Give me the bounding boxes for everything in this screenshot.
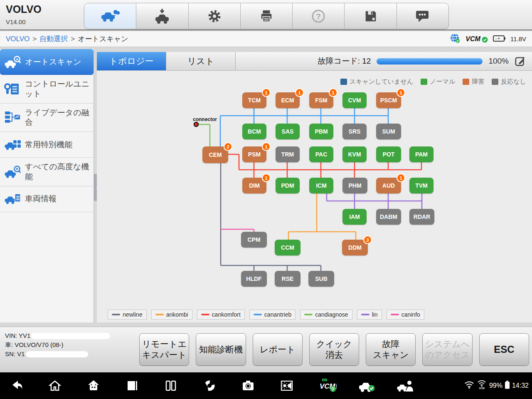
brand-title: VOLVO: [6, 3, 42, 15]
breadcrumb-item[interactable]: VOLVO: [6, 35, 30, 43]
bus-line-swatch: [304, 314, 313, 315]
sidebar-item-advanced-functions[interactable]: すべての高度な機能: [0, 158, 94, 186]
bus-legend-item-caninfo: caninfo: [387, 310, 424, 320]
control-unit-icon: [4, 83, 21, 95]
bus-legend-item-newline: newline: [108, 310, 146, 320]
ecu-node-kvm[interactable]: KVM: [342, 146, 367, 162]
status-swatch: [340, 79, 347, 85]
ecu-node-pbm[interactable]: PBM: [309, 124, 333, 139]
status-cluster: VCMI 99% 14:32: [464, 372, 529, 399]
vci-status-label: VCM: [466, 35, 480, 43]
fault-count-badge: 1: [397, 173, 405, 182]
ecu-node-bcm[interactable]: BCM: [242, 124, 266, 139]
status-swatch: [492, 79, 498, 85]
ecu-node-rdar[interactable]: RDAR: [409, 209, 434, 225]
battery-icon: [505, 380, 510, 391]
network-globe-icon: [450, 33, 461, 45]
footer-buttons: リモートエ キスパート知能診断機レポートクイック 消去故障 スキャンシステムへ …: [139, 333, 529, 366]
bus-legend-item-cankomfort: cankomfort: [197, 310, 245, 320]
breadcrumb-bar: VOLVO>自動選択>オートスキャン VCM - + 11.8V: [0, 31, 532, 47]
fault-count-badge: 1: [262, 173, 271, 182]
breadcrumb-separator: >: [71, 35, 75, 43]
remote-expert-button[interactable]: リモートエ キスパート: [139, 333, 189, 366]
ecu-node-cvm[interactable]: CVM: [342, 92, 367, 108]
sidebar-item-label: すべての高度な機能: [25, 162, 90, 182]
ecu-node-pdm[interactable]: PDM: [276, 178, 300, 193]
vehicle-connected-icon[interactable]: [358, 379, 375, 392]
edit-report-button[interactable]: [515, 55, 526, 67]
quick-erase-button[interactable]: クイック 消去: [309, 333, 359, 366]
clock: 14:32: [512, 382, 529, 389]
status-legend-item: 障害: [463, 78, 484, 86]
chrome-icon[interactable]: [203, 379, 216, 392]
bus-legend-item-lin: lin: [357, 310, 382, 320]
ecu-node-sum[interactable]: SUM: [376, 124, 401, 139]
ecu-node-ecm[interactable]: ECM1: [276, 92, 300, 108]
ecu-node-pscm[interactable]: PSCM1: [376, 92, 401, 108]
settings-button[interactable]: [189, 3, 241, 29]
ecu-node-sas[interactable]: SAS: [276, 124, 300, 139]
vci-check-icon: [485, 33, 488, 45]
vcm-app-icon[interactable]: VCM!: [319, 379, 337, 393]
sidebar-item-control-unit[interactable]: コントロールユニット: [0, 75, 94, 104]
ecu-node-sub[interactable]: SUB: [308, 271, 334, 287]
sidebar-item-label: オートスキャン: [25, 57, 81, 67]
esc-button[interactable]: ESC: [479, 333, 529, 366]
ecu-node-psm[interactable]: PSM1: [242, 146, 266, 162]
back-icon[interactable]: [10, 379, 22, 392]
vehicle-data-button[interactable]: [136, 3, 188, 29]
ecu-node-dim[interactable]: DIM1: [242, 178, 266, 193]
ecu-node-pam[interactable]: PAM: [409, 146, 433, 162]
ecu-node-pot[interactable]: POT: [376, 146, 401, 162]
report-button[interactable]: レポート: [253, 333, 303, 366]
ecu-node-cem[interactable]: CEM2: [202, 146, 228, 163]
fault-count-badge: 2: [224, 142, 232, 151]
bus-legend-label: canantrieb: [264, 311, 291, 318]
app-version: V14.00: [6, 18, 26, 25]
ecu-node-tcm[interactable]: TCM1: [242, 92, 266, 108]
sidebar-item-auto-scan[interactable]: Aオートスキャン: [0, 49, 94, 75]
ecu-node-iam[interactable]: IAM: [342, 209, 367, 225]
android-home-icon[interactable]: [87, 379, 100, 392]
ecu-node-ddm[interactable]: DDM3: [342, 240, 368, 255]
recents-icon[interactable]: [126, 379, 138, 392]
display-toggle-icon[interactable]: [281, 379, 293, 392]
sidebar-item-live-data-fusion[interactable]: ライブデータの融合: [0, 104, 94, 132]
ecu-node-cpm[interactable]: CPM: [241, 232, 267, 248]
help-button[interactable]: ?: [293, 3, 345, 29]
help-icon: ?: [311, 9, 326, 24]
ecu-node-srs[interactable]: SRS: [342, 124, 367, 139]
ecu-node-dabm[interactable]: DABM: [376, 209, 401, 225]
ecu-node-phm[interactable]: PHM: [342, 178, 367, 193]
ecu-node-hldf[interactable]: HLDF: [241, 271, 267, 287]
splitscreen-icon[interactable]: [165, 379, 177, 392]
breadcrumb-item[interactable]: 自動選択: [39, 34, 68, 44]
vin-label: VIN: YV1: [5, 332, 30, 339]
ecu-node-rse[interactable]: RSE: [275, 271, 300, 287]
auto-scan-icon: A: [4, 56, 21, 68]
sidebar-item-special-functions[interactable]: 常用特別機能: [0, 132, 94, 158]
ecu-node-aud[interactable]: AUD1: [376, 178, 401, 193]
ecu-node-fsm[interactable]: FSM1: [309, 92, 333, 108]
print-button[interactable]: [241, 3, 293, 29]
sidebar: Aオートスキャンコントロールユニットライブデータの融合常用特別機能すべての高度な…: [0, 49, 94, 322]
tab-topology[interactable]: トポロジー: [97, 52, 166, 70]
svg-text:?: ?: [316, 12, 321, 21]
fault-scan-button[interactable]: 故障 スキャン: [366, 333, 416, 366]
home-icon[interactable]: [49, 379, 61, 392]
save-button[interactable]: [345, 3, 397, 29]
ecu-node-ccm[interactable]: CCM: [275, 240, 300, 255]
breadcrumb-item: オートスキャン: [78, 34, 128, 44]
intelligent-diagnostics-button[interactable]: 知能診断機: [196, 333, 246, 366]
ecu-node-icm[interactable]: ICM: [309, 178, 333, 193]
ecu-node-tvm[interactable]: TVM: [409, 178, 433, 193]
bus-line-swatch: [391, 314, 399, 315]
remote-expert-app-icon[interactable]: [397, 379, 414, 392]
ecu-node-trm[interactable]: TRM: [276, 146, 300, 162]
vehicle-diagnostics-button[interactable]: [84, 3, 136, 29]
feedback-button[interactable]: [397, 3, 448, 29]
tab-list[interactable]: リスト: [166, 52, 236, 70]
ecu-node-pac[interactable]: PAC: [309, 146, 333, 162]
camera-icon[interactable]: [242, 379, 254, 392]
sidebar-item-vehicle-info[interactable]: 車両情報: [0, 186, 94, 212]
